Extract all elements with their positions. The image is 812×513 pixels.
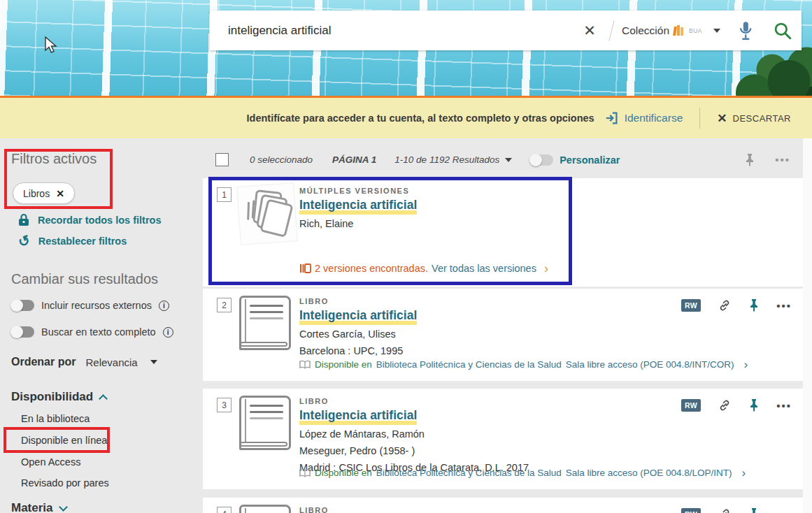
permalink-icon[interactable] [718,398,732,412]
availability-detail[interactable]: Sala libre acceso (POE 004.8/LOP/INT) [566,468,732,478]
remove-filter-icon[interactable]: ✕ [56,188,64,199]
rw-badge[interactable]: RW [681,399,701,412]
more-actions-icon[interactable]: ••• [776,300,792,312]
signin-banner: Identifícate para acceder a tu cuenta, a… [0,98,812,138]
search-scope-dropdown[interactable]: Colección BUA [618,24,706,37]
remember-filters-label: Recordar todos los filtros [38,215,161,226]
toggle-fulltext-search[interactable]: Buscar en texto completo i [11,326,173,338]
results-toolbar: 0 seleccionado PÁGINA 1 1-10 de 1192 Res… [203,143,803,176]
result-index: 2 [217,298,232,312]
lock-icon [18,213,29,226]
toggle-off-icon[interactable] [530,154,553,166]
close-icon: ✕ [717,111,727,126]
pin-record-icon[interactable] [748,298,760,312]
search-submit-button[interactable] [764,21,802,41]
sort-by-label: Ordenar por [11,356,76,368]
availability-location[interactable]: Biblioteca Politécnica y Ciencias de la … [376,359,562,370]
result-author: López de Mántaras, Ramón [299,427,670,442]
search-input[interactable] [210,24,574,38]
results-count: 1-10 de 1192 Resultados [394,154,499,165]
materia-title: Materia [11,501,53,513]
result-index: 3 [217,398,232,412]
toggle-label: Buscar en texto completo [41,326,156,338]
availability-detail[interactable]: Sala libre acceso (POE 004.8/INT/COR) [566,359,734,370]
dismiss-label: DESCARTAR [733,113,791,124]
availability-title: Disponibilidad [11,390,93,404]
more-options-icon[interactable]: ••• [775,154,790,166]
active-filter-chip-libros[interactable]: Libros ✕ [13,182,75,204]
page-indicator: PÁGINA 1 [332,154,376,165]
info-icon[interactable]: i [163,327,173,338]
facets-sidebar: Filtros activos Libros ✕ Recordar todos … [0,138,203,513]
permalink-icon[interactable] [718,298,732,312]
tweak-results-title: Cambiar sus resultados [11,271,158,287]
result-index: 4 [217,507,232,513]
reset-filters-link[interactable]: ↺ Restablecer filtros [18,236,127,247]
results-list: 0 seleccionado PÁGINA 1 1-10 de 1192 Res… [203,138,803,513]
voice-search-button[interactable] [727,20,764,41]
result-title-link[interactable]: Inteligencia artificial [299,198,417,215]
pin-record-icon[interactable] [748,398,760,412]
book-thumbnail-icon [239,296,295,353]
result-author: Meseguer, Pedro (1958- ) [299,444,670,458]
book-thumbnail-icon [239,505,295,513]
see-all-versions-link[interactable]: Ver todas las versiones [432,263,536,274]
result-title-link[interactable]: Inteligencia artificial [299,308,417,325]
remember-filters-link[interactable]: Recordar todos los filtros [18,213,161,226]
toggle-off-icon[interactable] [11,326,34,338]
pin-record-icon[interactable] [748,507,760,513]
toggle-include-external[interactable]: Incluir recursos externos i [11,300,169,311]
versions-icon [299,263,311,274]
search-bar: ✕ Colección BUA [210,10,802,50]
facet-availability-header[interactable]: Disponibilidad [11,390,106,404]
more-actions-icon[interactable]: ••• [776,509,792,513]
sign-in-button[interactable]: Identificarse [604,110,683,126]
facet-available-online[interactable]: Disponible en línea [21,435,107,446]
info-icon[interactable]: i [159,301,169,311]
result-card-1[interactable]: 1 MÚLTIPLES VERSIONES Inteligencia artif… [203,178,803,287]
result-card-4[interactable]: 4 LIBRO RW [203,498,803,513]
rw-badge[interactable]: RW [681,508,701,513]
result-card-2[interactable]: 2 LIBRO Inteligencia artificial Cortes G… [203,289,803,381]
active-filters-title: Filtros activos [11,151,97,167]
dismiss-banner-button[interactable]: ✕ DESCARTAR [717,111,791,126]
more-actions-icon[interactable]: ••• [776,400,792,412]
chevron-right-icon: › [544,265,548,272]
reset-icon: ↺ [17,235,31,248]
book-thumbnail-icon [239,396,295,453]
personalize-label: Personalizar [560,154,620,166]
rw-badge[interactable]: RW [681,299,701,312]
chevron-down-icon[interactable] [713,29,720,33]
chevron-down-icon [59,503,68,512]
content-area: Filtros activos Libros ✕ Recordar todos … [0,138,812,513]
availability-status: Disponible en [315,468,372,478]
availability-link[interactable]: Disponible en Biblioteca Politécnica y C… [299,359,748,370]
versions-link-row[interactable]: 2 versiones encontradas. Ver todas las v… [299,263,548,274]
personalize-toggle[interactable]: Personalizar [530,154,620,166]
resource-type-label: MÚLTIPLES VERSIONES [299,187,670,195]
sign-in-label: Identificarse [625,112,683,124]
chevron-up-icon [99,394,108,403]
sort-by-control[interactable]: Ordenar por Relevancia [11,356,157,368]
facet-peer-reviewed[interactable]: Revisado por pares [21,477,109,489]
result-title-link[interactable]: Inteligencia artificial [299,408,417,425]
selected-count: 0 seleccionado [250,154,313,165]
sign-in-icon [604,110,620,126]
availability-location[interactable]: Biblioteca Politécnica y Ciencias de la … [376,468,562,478]
select-all-checkbox[interactable] [215,153,229,166]
facet-in-library[interactable]: En la biblioteca [21,413,90,424]
result-card-3[interactable]: 3 LIBRO Inteligencia artificial López de… [203,389,803,489]
results-count-dropdown[interactable]: 1-10 de 1192 Resultados [394,154,512,165]
facet-open-access[interactable]: Open Access [21,456,80,468]
resource-type-label: LIBRO [299,297,670,305]
chip-label: Libros [23,188,50,199]
availability-link[interactable]: Disponible en Biblioteca Politécnica y C… [299,468,746,478]
facet-materia-header[interactable]: Materia [11,501,66,513]
resource-type-label: LIBRO [299,397,670,405]
pin-results-icon[interactable] [744,153,755,167]
toggle-off-icon[interactable] [11,300,34,311]
sort-by-value[interactable]: Relevancia [85,356,137,368]
toggle-label: Incluir recursos externos [41,300,152,311]
clear-search-icon[interactable]: ✕ [574,22,606,39]
permalink-icon[interactable] [718,507,732,513]
